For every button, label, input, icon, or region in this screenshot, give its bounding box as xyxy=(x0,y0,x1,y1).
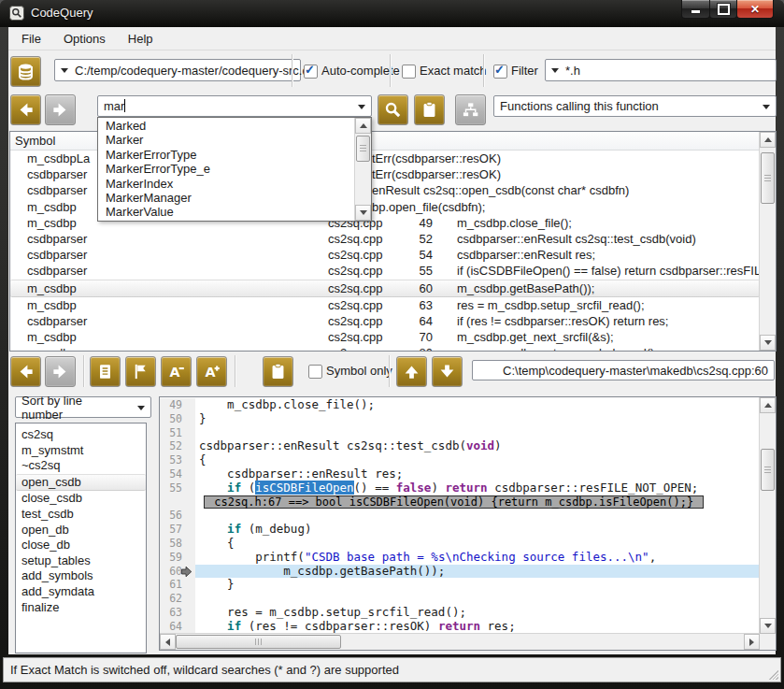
result-row[interactable]: m_csdbpcs2sq.cpp70m_csdbp.get_next_srcfi… xyxy=(10,329,760,345)
scroll-thumb[interactable] xyxy=(761,449,775,491)
toolbar-separator xyxy=(389,355,390,387)
back-button[interactable] xyxy=(10,94,41,125)
result-line: 64 xyxy=(395,313,433,329)
flag-icon xyxy=(132,363,150,380)
result-symbol: m_csdbp xyxy=(27,215,77,231)
previous-result-button[interactable] xyxy=(396,356,427,387)
result-row[interactable]: m_csdbpcs2sq.cpp63res = m_csdbp.setup_sr… xyxy=(10,297,760,313)
open-database-button[interactable] xyxy=(10,56,41,87)
function-list-item[interactable]: m_symstmt xyxy=(16,443,146,459)
scroll-down-button[interactable] xyxy=(760,335,776,351)
font-increase-button[interactable]: A xyxy=(196,356,227,387)
copy-results-button[interactable] xyxy=(414,94,445,125)
result-row[interactable]: csdbparsercs2sq.cpp64if (res != csdbpars… xyxy=(10,313,760,329)
scroll-up-button[interactable] xyxy=(760,132,776,148)
scroll-up-button[interactable] xyxy=(355,118,371,134)
function-list-item[interactable]: finalize xyxy=(16,600,146,616)
maximize-button[interactable] xyxy=(709,0,737,19)
bookmark-flag-button[interactable] xyxy=(125,356,156,387)
autocomplete-item[interactable]: Marker xyxy=(98,133,355,147)
db-path-combo[interactable]: C:/temp/codequery-master/codequery-src.d… xyxy=(54,59,301,81)
function-list-item[interactable]: open_csdb xyxy=(16,474,146,492)
autocomplete-item[interactable]: MarkerIndex xyxy=(98,177,355,191)
title-bar[interactable]: CodeQuery ✕ xyxy=(0,0,784,28)
menu-item-options[interactable]: Options xyxy=(54,29,115,49)
autocomplete-item[interactable]: MarkerErrorType xyxy=(98,148,355,162)
scroll-up-button[interactable] xyxy=(760,397,776,413)
code-text xyxy=(195,509,760,523)
result-row[interactable]: csdbparsercs2sq.cpp54csdbparser::enResul… xyxy=(10,247,760,263)
result-file: cs2sq.cpp xyxy=(328,345,383,352)
line-number: 56 xyxy=(160,509,195,523)
function-list-item[interactable]: close_csdb xyxy=(16,491,146,507)
line-number: 51 xyxy=(160,426,195,440)
symbol-only-checkbox[interactable] xyxy=(308,365,322,379)
current-line-marker xyxy=(180,566,192,578)
code-text: } xyxy=(195,412,760,426)
scroll-down-button[interactable] xyxy=(760,618,776,634)
autocomplete-item[interactable]: MarkerManager xyxy=(98,191,355,205)
menu-item-help[interactable]: Help xyxy=(119,29,163,49)
filter-combo[interactable]: *.h xyxy=(545,59,777,81)
scroll-thumb[interactable] xyxy=(356,136,370,162)
forward-button[interactable] xyxy=(45,94,76,125)
function-list-item[interactable]: open_db xyxy=(16,523,146,538)
auto-complete-label: Auto-complete xyxy=(321,64,400,78)
viewer-back-button[interactable] xyxy=(10,356,41,387)
auto-complete-checkbox[interactable] xyxy=(304,65,318,79)
arrow-down-icon xyxy=(764,340,772,349)
function-list-item[interactable]: setup_tables xyxy=(16,553,146,569)
dropdown-scrollbar[interactable] xyxy=(354,118,371,221)
db-path-value: C:/temp/codequery-master/codequery-src.d… xyxy=(75,64,316,78)
code-viewer: 49 m_csdbp.close_file();50}5152csdbparse… xyxy=(159,396,777,651)
scroll-left-button[interactable] xyxy=(160,634,176,650)
scroll-thumb[interactable] xyxy=(761,152,775,204)
minimize-button[interactable] xyxy=(681,0,710,19)
viewer-forward-button[interactable] xyxy=(45,356,76,387)
function-list-item[interactable]: add_symdata xyxy=(16,584,146,600)
code-line: 63 res = m_csdbp.setup_srcfil_read(); xyxy=(160,606,760,620)
scroll-down-button[interactable] xyxy=(355,205,371,221)
text-caret xyxy=(124,99,125,112)
resize-grip[interactable] xyxy=(767,668,778,680)
close-button[interactable]: ✕ xyxy=(736,0,774,19)
function-list-item[interactable]: test_csdb xyxy=(16,507,146,523)
font-decrease-button[interactable]: A xyxy=(161,356,192,387)
function-list-item[interactable]: close_db xyxy=(16,538,146,553)
call-graph-button[interactable] xyxy=(455,94,486,125)
function-list: cs2sqm_symstmt~cs2sqopen_csdbclose_csdbt… xyxy=(15,423,147,653)
search-button[interactable] xyxy=(378,94,408,125)
open-file-button[interactable] xyxy=(90,356,121,387)
exact-match-checkbox[interactable] xyxy=(402,65,416,79)
autocomplete-item[interactable]: MarkerErrorType_e xyxy=(98,162,355,176)
code-vscrollbar[interactable] xyxy=(759,397,776,634)
arrow-right-icon xyxy=(749,639,758,646)
scroll-right-button[interactable] xyxy=(744,634,760,650)
sort-combo[interactable]: Sort by line number xyxy=(15,396,151,418)
result-preview: bp.open_file(csdbfn); xyxy=(372,199,485,215)
menu-item-file[interactable]: File xyxy=(12,29,50,49)
minimize-icon xyxy=(691,9,701,14)
results-vscrollbar[interactable] xyxy=(759,132,776,351)
query-type-combo[interactable]: Functions calling this function xyxy=(493,95,777,117)
result-row[interactable]: m_csdbpcs2sq.cpp80res = m_csdbp.setup_sy… xyxy=(10,345,760,352)
file-path-field[interactable]: C:\temp\codequery-master\makedb\cs2sq.cp… xyxy=(472,360,775,380)
result-row[interactable]: m_csdbpcs2sq.cpp60m_csdbp.getBasePath())… xyxy=(10,280,760,297)
filter-checkbox[interactable] xyxy=(493,65,507,79)
viewer-copy-button[interactable] xyxy=(263,356,293,387)
result-row[interactable]: csdbparsercs2sq.cpp52csdbparser::enResul… xyxy=(10,231,760,247)
database-icon xyxy=(17,63,35,80)
function-list-item[interactable]: ~cs2sq xyxy=(16,458,146,474)
search-combo[interactable]: mar xyxy=(97,95,372,117)
result-preview: res = m_csdbp.setup_srcfil_read(); xyxy=(457,297,645,313)
result-row[interactable]: csdbparsercs2sq.cpp55if (isCSDBFileOpen(… xyxy=(10,263,760,279)
scroll-thumb[interactable] xyxy=(176,635,341,649)
result-line: 70 xyxy=(395,329,433,345)
function-list-item[interactable]: add_symbols xyxy=(16,568,146,584)
function-list-item[interactable]: cs2sq xyxy=(16,427,146,443)
code-hscrollbar[interactable] xyxy=(160,633,760,650)
code-text: m_csdbp.close_file(); xyxy=(195,398,760,412)
next-result-button[interactable] xyxy=(432,356,463,387)
autocomplete-item[interactable]: Marked xyxy=(98,119,355,133)
autocomplete-item[interactable]: MarkerValue xyxy=(98,205,355,219)
